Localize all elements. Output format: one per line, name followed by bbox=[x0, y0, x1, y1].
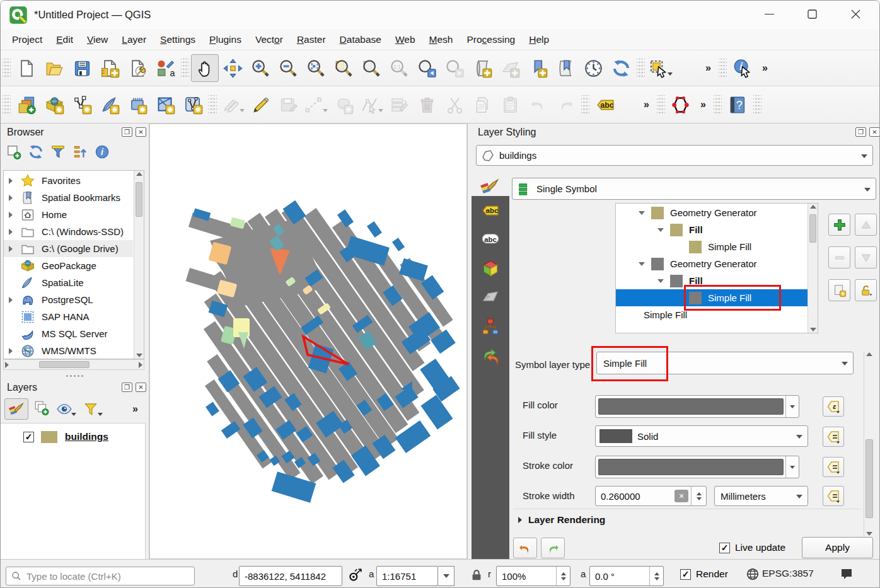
tab-layer-diagram[interactable] bbox=[472, 312, 509, 341]
stroke-color-dd-override[interactable] bbox=[823, 457, 844, 477]
zoom-out-button[interactable] bbox=[274, 54, 302, 82]
toolbar-grip[interactable] bbox=[714, 95, 722, 114]
tab-3d-view[interactable] bbox=[472, 254, 509, 283]
copy-features-button[interactable] bbox=[468, 91, 496, 118]
toolbar-grip[interactable] bbox=[3, 59, 11, 78]
browser-properties-button[interactable]: i bbox=[94, 144, 110, 163]
lock-color-button[interactable] bbox=[855, 279, 877, 301]
styling-layer-combo[interactable]: buildings bbox=[476, 145, 873, 166]
toolbar-grip[interactable] bbox=[753, 95, 761, 114]
symbol-tree-item-simple-fill[interactable]: Simple Fill bbox=[616, 238, 808, 255]
redo-button[interactable] bbox=[552, 91, 579, 118]
show-layout-manager-button[interactable] bbox=[124, 54, 151, 82]
browser-item-sap-hana[interactable]: SAP HANA bbox=[4, 308, 133, 325]
stroke-width-spinbox[interactable]: 0.260000 ✕ bbox=[595, 486, 707, 506]
toolbar-overflow[interactable]: » bbox=[700, 62, 717, 74]
refresh-browser-button[interactable] bbox=[28, 144, 44, 163]
crs-globe-icon[interactable] bbox=[746, 567, 760, 581]
tab-history[interactable] bbox=[472, 341, 509, 370]
rotation-box[interactable]: 0.0 ° bbox=[589, 566, 664, 586]
tab-symbology[interactable] bbox=[475, 175, 504, 201]
browser-item-spatial-bookmarks[interactable]: Spatial Bookmarks bbox=[4, 189, 133, 206]
add-symbol-layer-button[interactable] bbox=[828, 214, 850, 236]
browser-vscrollbar[interactable] bbox=[134, 171, 144, 359]
manage-visibility-button[interactable] bbox=[56, 401, 76, 417]
delete-selected-button[interactable] bbox=[413, 91, 441, 118]
add-group-button[interactable] bbox=[33, 400, 50, 418]
new-spatial-bookmark-button[interactable] bbox=[524, 54, 552, 82]
symbol-tree-item-fill[interactable]: Fill bbox=[616, 221, 808, 238]
data-source-manager-button[interactable] bbox=[13, 91, 40, 118]
menu-mesh[interactable]: Mesh bbox=[422, 31, 460, 49]
zoom-full-button[interactable] bbox=[302, 54, 330, 82]
toolbar-overflow[interactable]: » bbox=[695, 99, 712, 110]
menu-settings[interactable]: Settings bbox=[153, 31, 202, 49]
extents-icon[interactable] bbox=[347, 567, 363, 584]
open-project-button[interactable] bbox=[40, 54, 68, 82]
scale-dropdown[interactable] bbox=[438, 566, 454, 586]
show-spatial-bookmarks-button[interactable] bbox=[552, 54, 579, 82]
toolbar-overflow[interactable]: » bbox=[756, 62, 773, 74]
browser-item-geopackage[interactable]: GeoPackage bbox=[4, 257, 133, 274]
layer-item-buildings[interactable]: ✓buildings bbox=[1, 427, 145, 446]
help-contents-button[interactable]: ? bbox=[724, 91, 751, 118]
new-virtual-layer-button[interactable] bbox=[179, 91, 207, 118]
vertex-tool-button[interactable] bbox=[357, 91, 385, 118]
styling-redo-button[interactable] bbox=[541, 538, 565, 558]
collapse-all-button[interactable] bbox=[72, 144, 88, 163]
current-edits-button[interactable] bbox=[219, 91, 246, 118]
pan-map-button[interactable] bbox=[191, 54, 219, 82]
symbol-tree-vscrollbar[interactable] bbox=[808, 204, 818, 333]
map-canvas[interactable] bbox=[149, 124, 467, 559]
open-layer-styling-button[interactable] bbox=[4, 398, 28, 420]
stroke-color-button[interactable] bbox=[595, 456, 799, 478]
magnifier-box[interactable]: 100% bbox=[496, 566, 570, 586]
toolbar-grip[interactable] bbox=[719, 59, 727, 78]
styling-undo-button[interactable] bbox=[513, 538, 537, 558]
move-down-button[interactable] bbox=[855, 246, 877, 268]
menu-layer[interactable]: Layer bbox=[115, 31, 153, 49]
new-mesh-layer-button[interactable] bbox=[151, 91, 179, 118]
browser-close-icon[interactable]: ✕ bbox=[136, 127, 146, 137]
paste-features-button[interactable] bbox=[496, 91, 524, 118]
toolbar-grip[interactable] bbox=[3, 95, 11, 114]
select-features-button[interactable] bbox=[647, 54, 674, 82]
render-checkbox[interactable]: ✓ bbox=[680, 569, 691, 580]
modify-attributes-button[interactable] bbox=[385, 91, 413, 118]
filter-browser-button[interactable] bbox=[50, 144, 66, 163]
menu-vector[interactable]: Vector bbox=[248, 31, 290, 49]
styling-vscrollbar[interactable] bbox=[864, 351, 874, 537]
styling-float-icon[interactable]: ❐ bbox=[855, 127, 866, 137]
save-project-button[interactable] bbox=[68, 54, 96, 82]
fill-color-dd-override[interactable]: ε bbox=[823, 396, 844, 417]
hscroll-left-icon[interactable] bbox=[5, 362, 9, 368]
toggle-editing-button[interactable] bbox=[246, 91, 274, 118]
panel-splitter[interactable] bbox=[1, 372, 149, 379]
zoom-native-button[interactable]: 1:1 bbox=[385, 54, 413, 82]
menu-processing[interactable]: Processing bbox=[460, 31, 522, 49]
symbol-tree-item-geometry-generator[interactable]: Geometry Generator bbox=[616, 255, 808, 272]
menu-view[interactable]: View bbox=[80, 31, 115, 49]
menu-help[interactable]: Help bbox=[522, 31, 556, 49]
browser-item-ms-sql-server[interactable]: MS SQL Server bbox=[4, 325, 133, 342]
menu-project[interactable]: Project bbox=[5, 31, 49, 49]
apply-button[interactable]: Apply bbox=[802, 537, 873, 558]
lock-scale-icon[interactable] bbox=[470, 568, 483, 583]
browser-item-g-google-drive-[interactable]: G:\ (Google Drive) bbox=[4, 240, 133, 257]
new-geopackage-layer-button[interactable] bbox=[40, 91, 68, 118]
clear-value-icon[interactable]: ✕ bbox=[674, 490, 688, 502]
move-up-button[interactable] bbox=[855, 214, 877, 236]
menu-database[interactable]: Database bbox=[333, 31, 388, 49]
fill-color-button[interactable] bbox=[595, 395, 799, 418]
messages-icon[interactable] bbox=[839, 567, 854, 582]
new-map-view-button[interactable] bbox=[468, 54, 496, 82]
new-temporary-scratch-layer-button[interactable] bbox=[124, 91, 151, 118]
browser-item-home[interactable]: Home bbox=[4, 206, 133, 223]
refresh-map-button[interactable] bbox=[607, 54, 635, 82]
new-3d-map-view-button[interactable] bbox=[496, 54, 524, 82]
save-layer-edits-button[interactable] bbox=[274, 91, 302, 118]
scale-box[interactable]: 1:16751 bbox=[376, 566, 438, 586]
topology-checker-button[interactable] bbox=[667, 91, 695, 118]
zoom-in-button[interactable] bbox=[246, 54, 274, 82]
browser-hscrollbar[interactable] bbox=[3, 359, 144, 370]
